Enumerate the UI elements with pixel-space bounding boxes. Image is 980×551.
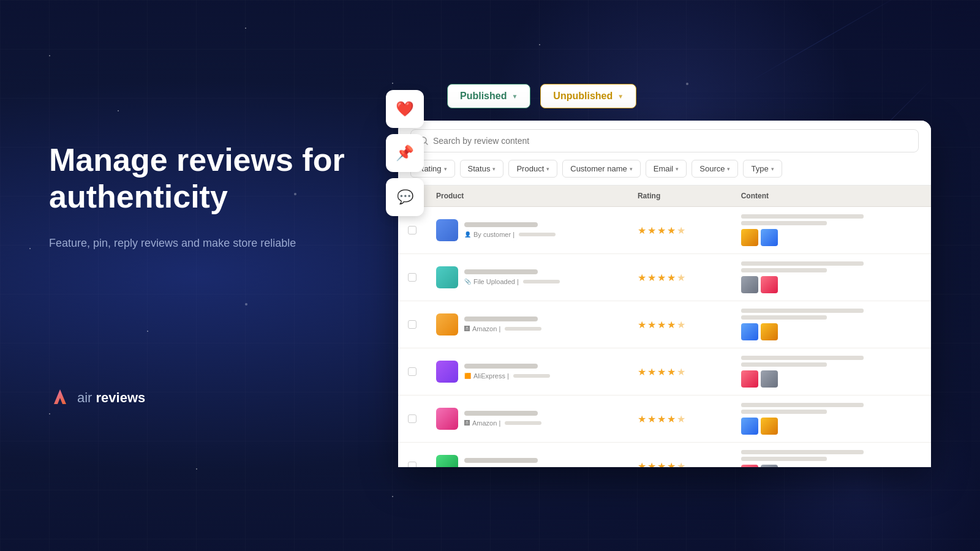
star-half: ★ (677, 225, 685, 236)
star-filled: ★ (638, 319, 646, 331)
reply-button[interactable]: 💬 (386, 178, 424, 216)
star-filled: ★ (657, 225, 666, 236)
content-images (741, 418, 921, 435)
type-filter-chip[interactable]: Type ▾ (743, 160, 782, 178)
table-scroll[interactable]: Product Rating Content 👤 (398, 186, 931, 467)
email-filter-chevron: ▾ (676, 166, 679, 172)
content-images (741, 276, 921, 293)
customer-name-filter-chevron: ▾ (630, 166, 633, 172)
product-thumbnail (436, 219, 458, 241)
table-row: 📎 File Uploaded | ★★★★★ (398, 254, 931, 301)
product-details: 📎 File Uploaded | (464, 269, 618, 285)
row-checkbox[interactable] (408, 320, 417, 329)
subtitle: Feature, pin, reply reviews and make sto… (49, 234, 361, 252)
star-half: ★ (677, 460, 685, 468)
rating-cell: ★★★★★ (628, 301, 731, 348)
content-line (741, 309, 864, 313)
product-source: 🟧 AliExpress | (464, 372, 618, 380)
search-input[interactable] (433, 136, 910, 146)
star-filled: ★ (647, 272, 656, 283)
row-checkbox[interactable] (408, 226, 417, 234)
star-filled: ★ (657, 366, 666, 378)
row-checkbox[interactable] (408, 414, 417, 423)
product-details: 🅰 Amazon | (464, 411, 618, 427)
content-line (741, 315, 827, 320)
source-icon: 👤 (464, 231, 471, 238)
star-filled: ★ (647, 413, 656, 425)
content-images (741, 229, 921, 246)
published-filter-button[interactable]: Published ▼ (447, 84, 530, 108)
logo: air reviews (49, 387, 361, 409)
star-half: ★ (677, 366, 685, 378)
reviews-table: Product Rating Content 👤 (398, 186, 931, 467)
product-thumbnail (436, 408, 458, 430)
content-image-2 (761, 418, 778, 435)
row-checkbox[interactable] (408, 273, 417, 282)
table-row: 🟧 AliExpress | ★★★★★ (398, 348, 931, 395)
stars-row: ★★★★★ (638, 460, 722, 468)
star-filled: ★ (638, 460, 646, 468)
content-image-2 (761, 229, 778, 246)
table-header-section: Rating ▾ Status ▾ Product ▾ Customer nam… (398, 121, 931, 186)
star-filled: ★ (667, 366, 676, 378)
source-bar (519, 233, 556, 236)
status-filter-chip[interactable]: Status ▾ (460, 160, 504, 178)
content-lines (741, 403, 921, 414)
table-row: 🅰 Amazon | ★★★★★ (398, 395, 931, 443)
source-bar (505, 421, 541, 425)
search-bar[interactable] (410, 129, 919, 152)
row-checkbox-cell (398, 301, 426, 348)
table-row: 🟧 AliExpress | ★★★★★ (398, 443, 931, 468)
source-filter-chip[interactable]: Source ▾ (692, 160, 738, 178)
content-line (741, 362, 827, 367)
pin-button[interactable]: 📌 (386, 134, 424, 172)
content-images (741, 323, 921, 340)
content-cell (731, 207, 931, 254)
product-details: 🟧 AliExpress | (464, 364, 618, 380)
unpublished-filter-button[interactable]: Unpublished ▼ (540, 84, 636, 108)
star-filled: ★ (638, 225, 646, 236)
star-filled: ★ (667, 319, 676, 331)
content-lines (741, 309, 921, 320)
row-checkbox[interactable] (408, 462, 417, 467)
logo-text: air reviews (77, 390, 145, 406)
customer-name-filter-chip[interactable]: Customer name ▾ (562, 160, 640, 178)
email-filter-chip[interactable]: Email ▾ (646, 160, 687, 178)
product-cell: 🟧 AliExpress | (426, 348, 628, 395)
source-filter-chevron: ▾ (727, 166, 730, 172)
star-filled: ★ (647, 225, 656, 236)
rating-cell: ★★★★★ (628, 395, 731, 443)
source-label: File Uploaded | (473, 278, 521, 285)
product-source: 🅰 Amazon | (464, 419, 618, 427)
star-filled: ★ (647, 319, 656, 331)
product-filter-chip[interactable]: Product ▾ (508, 160, 557, 178)
source-icon: 📎 (464, 279, 471, 285)
star-filled: ★ (657, 413, 666, 425)
content-lines (741, 214, 921, 225)
content-image-2 (761, 465, 778, 467)
unpublished-label: Unpublished (553, 91, 612, 102)
product-name-bar (464, 317, 538, 321)
source-icon: 🟧 (464, 373, 471, 379)
product-name-bar (464, 458, 538, 463)
row-checkbox[interactable] (408, 367, 417, 376)
col-content: Content (731, 186, 931, 207)
content-image-1 (741, 229, 758, 246)
content-line (741, 214, 864, 219)
star-filled: ★ (638, 272, 646, 283)
published-chevron: ▼ (511, 93, 518, 100)
stars-row: ★★★★★ (638, 225, 722, 236)
product-source: 📎 File Uploaded | (464, 278, 618, 285)
content-image-2 (761, 370, 778, 388)
content-image-1 (741, 276, 758, 293)
star-filled: ★ (657, 319, 666, 331)
feature-button[interactable]: ❤️ (386, 90, 424, 128)
star-filled: ★ (647, 460, 656, 468)
filter-row: Published ▼ Unpublished ▼ (398, 84, 636, 108)
status-filter-chevron: ▾ (492, 166, 496, 172)
rating-cell: ★★★★★ (628, 254, 731, 301)
table-panel: Rating ▾ Status ▾ Product ▾ Customer nam… (398, 121, 931, 467)
star-half: ★ (677, 413, 685, 425)
product-thumbnail (436, 361, 458, 383)
pin-icon: 📌 (396, 144, 414, 162)
